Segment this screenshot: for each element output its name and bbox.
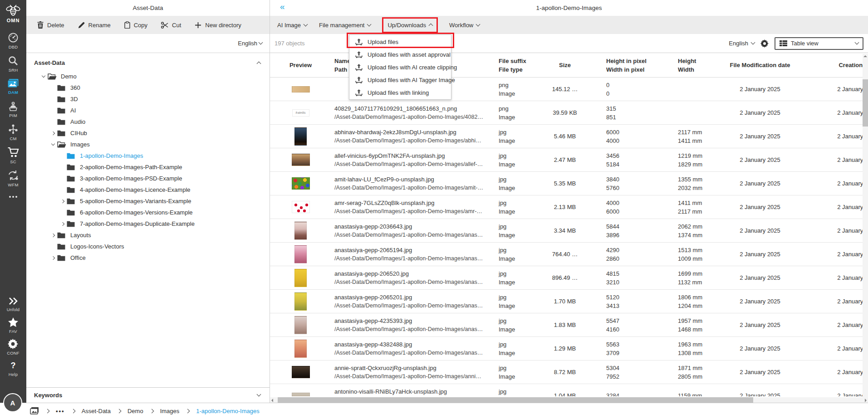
column-header[interactable]: HeightWidth: [658, 57, 712, 74]
tree-item[interactable]: Logos-Icons-Vectors: [26, 241, 270, 252]
preview-cell[interactable]: [270, 201, 331, 213]
rail-item-conf[interactable]: CONF: [7, 339, 20, 356]
tree-item[interactable]: 4-apollon-Demo-Images-Licence-Example: [26, 184, 270, 195]
preview-cell[interactable]: [270, 316, 331, 334]
name-cell[interactable]: abhinav-bhardwaj-2ekzJ8smDgU-unsplash.jp…: [331, 128, 495, 145]
table-row[interactable]: anastasiya-gepp-4382488.jpg/Asset-Data/D…: [270, 337, 868, 361]
tree-item[interactable]: 1-apollon-Demo-Images: [26, 150, 270, 161]
vertical-scrollbar-thumb[interactable]: [863, 79, 868, 127]
view-mode-select[interactable]: Table view: [775, 37, 863, 50]
preview-cell[interactable]: [270, 222, 331, 240]
rail-item-cm[interactable]: CM: [8, 124, 18, 141]
tree-expander[interactable]: [58, 200, 67, 203]
tree-expander[interactable]: [49, 257, 57, 259]
name-cell[interactable]: 40829_140711776109291_1806651663_n.png/A…: [331, 104, 495, 122]
name-cell[interactable]: amr-serag-7GLsZZ0qBlk-unsplash.jpg/Asset…: [331, 199, 495, 216]
breadcrumb-current[interactable]: 1-apollon-Demo-Images: [196, 408, 259, 414]
user-avatar[interactable]: A: [3, 393, 22, 412]
column-header[interactable]: Creation date: [808, 61, 868, 69]
tree-item[interactable]: 3-apollon-Demo-Images-PSD-Example: [26, 173, 270, 184]
preview-cell[interactable]: [270, 86, 331, 93]
tree-expander[interactable]: [49, 234, 57, 237]
rename-button[interactable]: Rename: [78, 22, 111, 29]
name-cell[interactable]: allef-vinicius-6ypOmTNK2FA-unsplash.jpg/…: [331, 151, 495, 169]
menu-item-upload-files[interactable]: Upload files: [349, 35, 451, 48]
tree-item[interactable]: 5-apollon-Demo-Images-Variants-Example: [26, 195, 270, 207]
column-header[interactable]: Preview: [270, 61, 331, 69]
tree-header[interactable]: Asset-Data: [26, 53, 270, 70]
tree-expander[interactable]: [49, 132, 57, 135]
tree-item[interactable]: 2-apollon-Demo-Images-Path-Example: [26, 161, 270, 173]
scroll-right-arrow[interactable]: [865, 399, 867, 402]
vertical-scrollbar[interactable]: [863, 54, 868, 397]
copy-button[interactable]: Copy: [124, 21, 147, 29]
tree-item[interactable]: Images: [26, 139, 270, 150]
preview-cell[interactable]: [270, 340, 331, 358]
table-row[interactable]: abhinav-bhardwaj-2ekzJ8smDgU-unsplash.jp…: [270, 125, 868, 148]
tree-expander[interactable]: [49, 144, 57, 145]
tree-item[interactable]: CIHub: [26, 127, 270, 139]
collapse-panel-icon[interactable]: «: [280, 2, 285, 12]
table-row[interactable]: anastasiya-gepp-2065201.jpg/Asset-Data/D…: [270, 290, 868, 313]
column-header[interactable]: Size: [535, 61, 594, 69]
tree-item[interactable]: AI: [26, 105, 270, 116]
name-cell[interactable]: antonino-visalli-RNiBLy7aHck-unsplash.jp…: [331, 387, 495, 397]
menu-item-upload-files-with-ai-create-clipping[interactable]: Upload files with AI create clipping: [349, 61, 451, 73]
scroll-up-arrow[interactable]: [863, 55, 867, 57]
tree-expander[interactable]: [39, 76, 48, 77]
tree-item[interactable]: Audio: [26, 116, 270, 127]
name-cell[interactable]: annie-spratt-QckxruozjRg-unsplash.jpg/As…: [331, 364, 495, 381]
table-row[interactable]: anastasiya-gepp-206520.jpg/Asset-Data/De…: [270, 266, 868, 290]
preview-cell[interactable]: fratellis: [270, 109, 331, 117]
preview-cell[interactable]: [270, 366, 331, 378]
menu-item-upload-files-with-asset-approval[interactable]: Upload files with asset approval: [349, 48, 451, 61]
table-row[interactable]: antonino-visalli-RNiBLy7aHck-unsplash.jp…: [270, 384, 868, 396]
table-row[interactable]: fratellis 40829_140711776109291_18066516…: [270, 101, 868, 125]
tree-item[interactable]: Layouts: [26, 229, 270, 241]
menu-ai-image[interactable]: AI Image: [277, 22, 307, 29]
table-row[interactable]: anastasiya-gepp-4235393.jpg/Asset-Data/D…: [270, 313, 868, 337]
name-cell[interactable]: anastasiya-gepp-2065201.jpg/Asset-Data/D…: [331, 293, 495, 310]
name-cell[interactable]: anastasiya-gepp-4382488.jpg/Asset-Data/D…: [331, 340, 495, 357]
rail-item-unfold[interactable]: Unfold: [7, 297, 20, 312]
menu-item-upload-files-with-linking[interactable]: Upload files with linking: [349, 86, 451, 99]
tree-item[interactable]: Demo: [26, 71, 270, 82]
table-row[interactable]: amr-serag-7GLsZZ0qBlk-unsplash.jpg/Asset…: [270, 195, 868, 219]
tree-expander[interactable]: [58, 223, 67, 225]
rail-item-fav[interactable]: FAV: [8, 317, 19, 334]
horizontal-scrollbar-thumb[interactable]: [278, 397, 753, 403]
name-cell[interactable]: anastasiya-gepp-2065194.jpg/Asset-Data/D…: [331, 246, 495, 263]
cut-button[interactable]: Cut: [161, 22, 181, 29]
menu-file-management[interactable]: File management: [319, 22, 371, 29]
newdir-button[interactable]: New directory: [195, 22, 241, 29]
rail-item-dam[interactable]: DAM: [7, 78, 19, 95]
rail-item-sc[interactable]: SC: [7, 147, 19, 164]
preview-cell[interactable]: [270, 292, 331, 311]
horizontal-scrollbar[interactable]: [270, 397, 868, 403]
main-language-select[interactable]: English: [729, 40, 755, 47]
tree-item[interactable]: 3D: [26, 93, 270, 105]
table-row[interactable]: allef-vinicius-6ypOmTNK2FA-unsplash.jpg/…: [270, 148, 868, 172]
breadcrumb-item[interactable]: Images: [160, 408, 180, 414]
tree-item[interactable]: 6-apollon-Demo-Images-Versions-Example: [26, 207, 270, 218]
preview-cell[interactable]: [270, 154, 331, 166]
table-row[interactable]: anastasiya-gepp-2036643.jpg/Asset-Data/D…: [270, 219, 868, 243]
name-cell[interactable]: anastasiya-gepp-2036643.jpg/Asset-Data/D…: [331, 222, 495, 239]
breadcrumb-item[interactable]: Demo: [128, 408, 143, 414]
preview-cell[interactable]: [270, 245, 331, 263]
table-row[interactable]: annie-spratt-QckxruozjRg-unsplash.jpg/As…: [270, 361, 868, 384]
name-cell[interactable]: anastasiya-gepp-206520.jpg/Asset-Data/De…: [331, 269, 495, 287]
rail-logo-omn[interactable]: OMN: [5, 4, 21, 23]
breadcrumb-item[interactable]: •••: [56, 408, 65, 414]
menu-item-upload-files-with-ai-tagger-image[interactable]: Upload files with AI Tagger Image: [349, 73, 451, 86]
column-header[interactable]: File Modification date: [712, 61, 808, 69]
menu-up-downloads[interactable]: Up/Downloads: [382, 17, 438, 33]
name-cell[interactable]: anastasiya-gepp-4235393.jpg/Asset-Data/D…: [331, 317, 495, 334]
rail-item-dbd[interactable]: DBD: [8, 32, 19, 49]
menu-workflow[interactable]: Workflow: [449, 22, 480, 29]
scroll-left-arrow[interactable]: [271, 399, 273, 402]
name-cell[interactable]: amit-lahav-LU_fCezP9-o-unsplash.jpg/Asse…: [331, 175, 495, 192]
preview-cell[interactable]: [270, 177, 331, 190]
tree-item[interactable]: 360: [26, 82, 270, 93]
settings-gear-icon[interactable]: [760, 39, 769, 48]
